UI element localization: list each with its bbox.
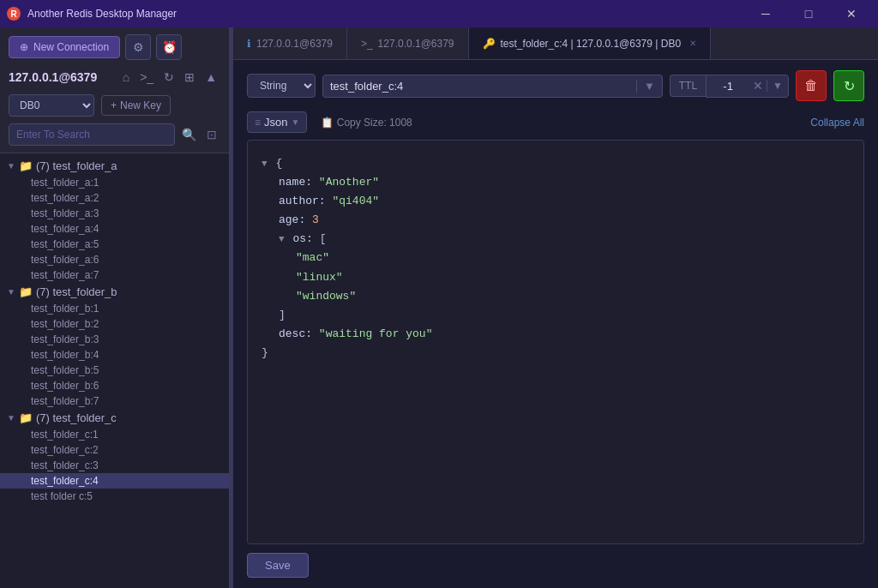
collapse-arrow-icon[interactable]: ▼: [262, 159, 268, 169]
settings-button[interactable]: ⚙: [125, 34, 151, 60]
folder-test-folder-a[interactable]: ▼ 📁 (7) test_folder_a: [0, 157, 229, 175]
list-item[interactable]: test_folder_a:6: [0, 252, 229, 267]
list-item-active[interactable]: test_folder_c:4: [0, 473, 229, 489]
save-row: Save: [247, 544, 864, 578]
list-item[interactable]: test_folder_a:3: [0, 206, 229, 221]
ttl-group: TTL ✕ ▼: [670, 75, 789, 98]
copy-size-label: Copy Size: 1008: [337, 117, 412, 129]
json-os-close: ]: [262, 306, 850, 325]
new-key-plus-icon: +: [111, 99, 117, 111]
key-tab-icon: 🔑: [483, 38, 496, 50]
json-os-row: ▼ os: [: [262, 230, 850, 249]
chevron-down-icon: ▼: [7, 413, 15, 423]
search-icon[interactable]: 🔍: [178, 124, 200, 145]
tab-terminal[interactable]: >_ 127.0.0.1@6379: [347, 27, 469, 60]
titlebar: R Another Redis Desktop Manager ─ □ ✕: [0, 0, 878, 27]
conn-info-row: 127.0.0.1@6379 ⌂ >_ ↻ ⊞ ▲: [9, 67, 220, 87]
connection-row: ⊕ New Connection ⚙ ⏰: [9, 34, 220, 60]
app-title: Another Redis Desktop Manager: [27, 8, 177, 20]
chevron-down-icon: ▼: [7, 161, 15, 171]
conn-actions: ⌂ >_ ↻ ⊞ ▲: [119, 69, 220, 86]
json-root-open: ▼ {: [262, 154, 850, 173]
json-age-row: age: 3: [262, 211, 850, 230]
list-item[interactable]: test_folder_c:2: [0, 442, 229, 458]
list-item[interactable]: test_folder_b:7: [0, 393, 229, 409]
close-button[interactable]: ✕: [832, 0, 871, 27]
minimize-button[interactable]: ─: [746, 0, 785, 27]
collapse-all-button[interactable]: Collapse All: [810, 117, 864, 129]
list-item[interactable]: test_folder_a:5: [0, 237, 229, 252]
folder-a-label: (7) test_folder_a: [36, 159, 117, 172]
filter-icon[interactable]: ⊡: [203, 124, 220, 145]
refresh-button[interactable]: ⏰: [156, 34, 182, 60]
folder-c-label: (7) test_folder_c: [36, 411, 117, 424]
list-item[interactable]: test_folder_b:5: [0, 363, 229, 378]
ttl-value-wrapper: ✕ ▼: [706, 75, 789, 98]
json-os-linux: "linux": [262, 268, 850, 287]
app-body: ⊕ New Connection ⚙ ⏰ 127.0.0.1@6379 ⌂ >_…: [0, 27, 878, 588]
list-item[interactable]: test_folder_c:3: [0, 458, 229, 473]
tab-key-editor[interactable]: 🔑 test_folder_c:4 | 127.0.0.1@6379 | DB0…: [469, 27, 712, 60]
info-icon: ℹ: [247, 38, 251, 50]
key-name-input[interactable]: [323, 75, 636, 97]
tab-connection-label: 127.0.0.1@6379: [256, 38, 333, 50]
list-item[interactable]: test_folder_a:1: [0, 175, 229, 190]
grid-icon[interactable]: ⊞: [181, 69, 198, 86]
format-selector[interactable]: ≡ Json ▼: [247, 111, 307, 133]
home-icon[interactable]: ⌂: [119, 69, 133, 86]
json-os-mac: "mac": [262, 249, 850, 267]
save-button[interactable]: Save: [247, 553, 309, 578]
json-viewer: ▼ { name: "Another" author: "qi404" age:…: [247, 140, 864, 544]
terminal-tab-icon: >_: [361, 38, 373, 50]
tab-terminal-label: 127.0.0.1@6379: [378, 38, 454, 50]
tab-connection-info[interactable]: ℹ 127.0.0.1@6379: [233, 27, 347, 60]
open-brace: {: [275, 157, 282, 170]
new-connection-label: New Connection: [33, 41, 109, 53]
collapse-icon[interactable]: ▲: [201, 69, 220, 86]
window-controls: ─ □ ✕: [746, 0, 871, 27]
reload-key-button[interactable]: ↻: [833, 70, 864, 101]
list-item[interactable]: test_folder_c:1: [0, 427, 229, 442]
delete-button[interactable]: 🗑: [796, 70, 827, 101]
folder-icon: 📁: [19, 285, 33, 298]
list-item[interactable]: test_folder_b:6: [0, 378, 229, 393]
list-item[interactable]: test_folder_a:7: [0, 267, 229, 283]
new-connection-button[interactable]: ⊕ New Connection: [9, 36, 120, 58]
list-item[interactable]: test_folder_b:1: [0, 301, 229, 316]
key-tree: ▼ 📁 (7) test_folder_a test_folder_a:1 te…: [0, 153, 229, 588]
list-item[interactable]: test_folder_b:4: [0, 347, 229, 363]
list-item[interactable]: test_folder_b:2: [0, 316, 229, 332]
list-item[interactable]: test_folder_a:2: [0, 190, 229, 206]
list-item[interactable]: test folder c:5: [0, 489, 229, 504]
ttl-input[interactable]: [707, 75, 749, 97]
tab-bar: ℹ 127.0.0.1@6379 >_ 127.0.0.1@6379 🔑 tes…: [233, 27, 878, 60]
type-selector[interactable]: String Hash List Set: [247, 74, 316, 98]
ttl-clear-icon[interactable]: ✕: [749, 79, 767, 93]
chevron-down-icon[interactable]: ▼: [636, 80, 662, 93]
list-item[interactable]: test_folder_a:4: [0, 221, 229, 237]
maximize-button[interactable]: □: [789, 0, 828, 27]
plus-icon: ⊕: [20, 41, 28, 53]
chevron-down-icon: ▼: [7, 287, 15, 297]
folder-test-folder-b[interactable]: ▼ 📁 (7) test_folder_b: [0, 283, 229, 301]
db-selector[interactable]: DB0 DB1 DB2: [9, 94, 94, 117]
search-row: 🔍 ⊡: [9, 123, 220, 146]
json-author-row: author: "qi404": [262, 192, 850, 211]
folder-test-folder-c[interactable]: ▼ 📁 (7) test_folder_c: [0, 409, 229, 427]
json-root-close: }: [262, 344, 850, 363]
ttl-dropdown-icon[interactable]: ▼: [767, 80, 788, 92]
reload-icon[interactable]: ↻: [160, 69, 177, 86]
terminal-icon[interactable]: >_: [136, 69, 157, 86]
tab-close-icon[interactable]: ✕: [689, 39, 696, 48]
search-input[interactable]: [9, 123, 175, 146]
copy-size-button[interactable]: 📋 Copy Size: 1008: [314, 113, 418, 132]
connection-title: 127.0.0.1@6379: [9, 67, 97, 87]
list-item[interactable]: test_folder_b:3: [0, 332, 229, 347]
value-toolbar: ≡ Json ▼ 📋 Copy Size: 1008 Collapse All: [247, 111, 864, 133]
collapse-arrow-icon[interactable]: ▼: [279, 234, 285, 244]
sidebar-header: ⊕ New Connection ⚙ ⏰ 127.0.0.1@6379 ⌂ >_…: [0, 27, 229, 153]
copy-icon: 📋: [321, 117, 334, 129]
tab-key-label: test_folder_c:4 | 127.0.0.1@6379 | DB0: [501, 38, 682, 50]
new-key-button[interactable]: + New Key: [101, 95, 171, 116]
sidebar: ⊕ New Connection ⚙ ⏰ 127.0.0.1@6379 ⌂ >_…: [0, 27, 230, 588]
